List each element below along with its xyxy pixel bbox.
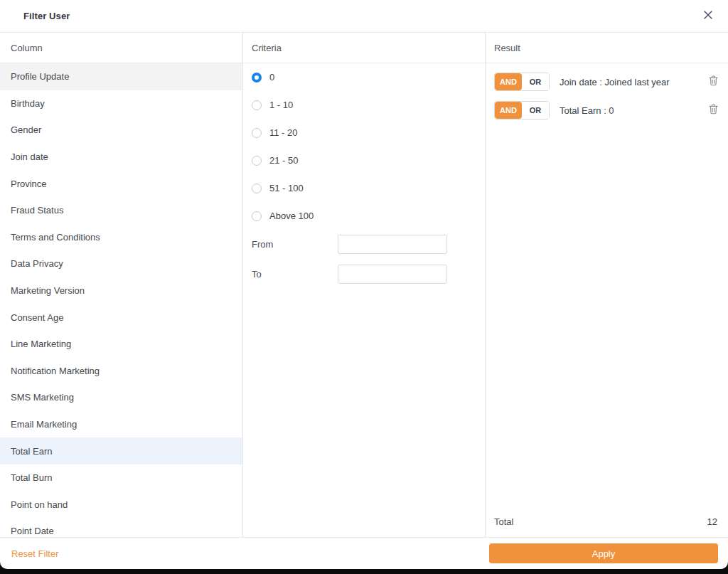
- result-filter-text: Join date : Joined last year: [560, 77, 670, 87]
- radio-icon[interactable]: [252, 211, 262, 221]
- close-icon: [702, 9, 714, 23]
- result-filter-row: AND OR Total Earn : 0: [494, 101, 718, 119]
- trash-icon: [709, 75, 718, 88]
- criteria-radio-option[interactable]: 51 - 100: [243, 174, 485, 202]
- criteria-radio-option[interactable]: Above 100: [243, 202, 485, 230]
- result-list: AND OR Join date : Joined last year AND …: [486, 63, 728, 509]
- from-input[interactable]: [338, 235, 447, 254]
- column-item-label: Join date: [11, 152, 48, 162]
- column-list-item-marketing-version[interactable]: Marketing Version: [0, 277, 242, 304]
- to-label: To: [252, 269, 338, 280]
- column-item-label: Point Date: [11, 526, 54, 536]
- radio-icon[interactable]: [252, 184, 262, 193]
- column-item-label: Fraud Status: [11, 205, 63, 216]
- and-or-toggle: AND OR: [494, 73, 550, 91]
- column-list-item-point-on-hand[interactable]: Point on hand: [0, 491, 242, 519]
- radio-icon[interactable]: [252, 128, 262, 138]
- column-item-label: Marketing Version: [11, 285, 85, 296]
- criteria-radio-option[interactable]: 21 - 50: [243, 147, 485, 174]
- delete-filter-button[interactable]: [709, 75, 718, 88]
- column-list-item-province[interactable]: Province: [0, 170, 242, 197]
- and-button[interactable]: AND: [495, 73, 522, 90]
- modal-titlebar: Filter User: [0, 0, 728, 33]
- criteria-options: 0 1 - 10 11 - 20 21 - 50 51 - 100 Above …: [243, 63, 485, 230]
- radio-icon[interactable]: [252, 156, 262, 166]
- column-list-item-gender[interactable]: Gender: [0, 117, 242, 144]
- modal-body: Column Profile Update Birthday Gender Jo…: [0, 33, 728, 537]
- close-button[interactable]: [700, 8, 717, 25]
- column-list-item-email-marketing[interactable]: Email Marketing: [0, 411, 242, 438]
- modal-title: Filter User: [23, 11, 70, 21]
- radio-icon[interactable]: [252, 100, 262, 110]
- total-value: 12: [707, 516, 717, 527]
- total-label: Total: [494, 516, 513, 527]
- result-panel-header: Result: [486, 33, 728, 63]
- column-item-label: Total Burn: [11, 472, 53, 483]
- reset-filter-button[interactable]: Reset Filter: [11, 548, 58, 559]
- or-button[interactable]: OR: [522, 102, 549, 119]
- from-label: From: [252, 239, 338, 250]
- column-item-label: SMS Marketing: [11, 392, 74, 403]
- criteria-panel-header: Criteria: [243, 33, 485, 63]
- result-filter-row: AND OR Join date : Joined last year: [494, 73, 718, 91]
- column-list: Profile Update Birthday Gender Join date…: [0, 63, 242, 537]
- column-list-item-point-date[interactable]: Point Date: [0, 518, 242, 537]
- trash-icon: [709, 104, 718, 117]
- to-input[interactable]: [338, 265, 447, 284]
- column-item-label: Consent Age: [11, 312, 63, 323]
- column-item-label: Line Marketing: [11, 339, 71, 349]
- column-list-item-total-earn[interactable]: Total Earn: [0, 437, 242, 464]
- radio-option-label: 0: [269, 72, 274, 83]
- column-panel: Column Profile Update Birthday Gender Jo…: [0, 33, 243, 537]
- from-row: From: [252, 235, 485, 254]
- column-item-label: Birthday: [11, 98, 45, 109]
- criteria-radio-option[interactable]: 1 - 10: [243, 91, 485, 119]
- criteria-panel: Criteria 0 1 - 10 11 - 20 21 - 50 51 - 1…: [243, 33, 486, 537]
- radio-icon[interactable]: [252, 73, 262, 83]
- total-row: Total 12: [486, 509, 728, 534]
- filter-user-modal: Filter User Column Profile Update Birthd…: [0, 0, 728, 569]
- column-item-label: Profile Update: [11, 71, 69, 82]
- radio-option-label: 11 - 20: [269, 127, 298, 138]
- column-item-label: Total Earn: [11, 446, 53, 457]
- criteria-radio-option[interactable]: 0: [243, 63, 485, 91]
- radio-option-label: 1 - 10: [269, 100, 293, 110]
- radio-option-label: 21 - 50: [269, 155, 298, 166]
- column-list-item-total-burn[interactable]: Total Burn: [0, 464, 242, 491]
- to-row: To: [252, 265, 485, 284]
- column-list-item-sms-marketing[interactable]: SMS Marketing: [0, 384, 242, 411]
- or-button[interactable]: OR: [522, 73, 549, 90]
- apply-button[interactable]: Apply: [489, 543, 718, 563]
- result-panel: Result AND OR Join date : Joined last ye…: [486, 33, 728, 537]
- column-list-item-consent-age[interactable]: Consent Age: [0, 304, 242, 331]
- column-list-item-birthday[interactable]: Birthday: [0, 90, 242, 117]
- criteria-radio-option[interactable]: 11 - 20: [243, 119, 485, 147]
- result-filter-text: Total Earn : 0: [560, 105, 614, 116]
- column-item-label: Gender: [11, 124, 41, 135]
- radio-option-label: Above 100: [269, 211, 314, 221]
- column-list-item-line-marketing[interactable]: Line Marketing: [0, 331, 242, 358]
- column-list-item-profile-update[interactable]: Profile Update: [0, 63, 242, 90]
- column-item-label: Province: [11, 179, 47, 189]
- and-or-toggle: AND OR: [494, 101, 550, 119]
- column-list-item-join-date[interactable]: Join date: [0, 144, 242, 171]
- delete-filter-button[interactable]: [709, 104, 718, 117]
- column-list-item-notification-marketing[interactable]: Notification Marketing: [0, 358, 242, 385]
- column-list-item-data-privacy[interactable]: Data Privacy: [0, 250, 242, 277]
- column-list-item-fraud-status[interactable]: Fraud Status: [0, 197, 242, 224]
- and-button[interactable]: AND: [495, 102, 522, 119]
- column-item-label: Email Marketing: [11, 419, 77, 430]
- column-item-label: Notification Marketing: [11, 366, 100, 376]
- radio-option-label: 51 - 100: [269, 183, 304, 193]
- column-item-label: Data Privacy: [11, 258, 63, 269]
- column-panel-header: Column: [0, 33, 242, 63]
- column-item-label: Point on hand: [11, 499, 68, 510]
- column-item-label: Terms and Conditions: [11, 232, 100, 243]
- column-list-item-terms-and-conditions[interactable]: Terms and Conditions: [0, 224, 242, 251]
- modal-footer: Reset Filter Apply: [0, 537, 728, 569]
